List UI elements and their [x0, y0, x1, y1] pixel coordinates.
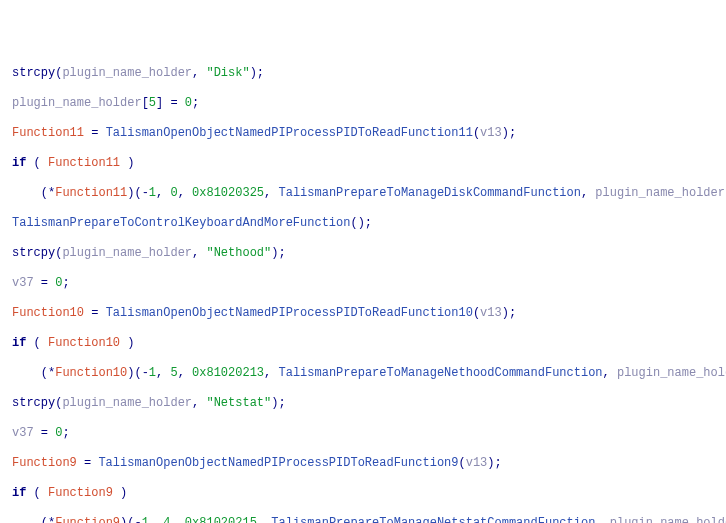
- code-line: if ( Function11 ): [12, 156, 726, 171]
- var-plugin-name-holder: plugin_name_holder: [12, 96, 142, 110]
- var-function11: Function11: [55, 186, 127, 200]
- string-literal: "Netstat": [206, 396, 271, 410]
- var-function11: Function11: [12, 126, 84, 140]
- var-v13: v13: [480, 126, 502, 140]
- func-talisman-prepare-keyboard: TalismanPrepareToControlKeyboardAndMoreF…: [12, 216, 350, 230]
- func-strcpy: strcpy(: [12, 246, 62, 260]
- code-line: TalismanPrepareToControlKeyboardAndMoreF…: [12, 216, 726, 231]
- func-talisman-open-object: TalismanOpenObjectNamedPIProcessPIDToRea…: [98, 456, 458, 470]
- code-line: strcpy(plugin_name_holder, "Netstat");: [12, 396, 726, 411]
- code-line: plugin_name_holder[5] = 0;: [12, 96, 726, 111]
- code-line: if ( Function10 ): [12, 336, 726, 351]
- var-plugin-name-holder: plugin_name_holder: [610, 516, 726, 523]
- code-line: Function10 = TalismanOpenObjectNamedPIPr…: [12, 306, 726, 321]
- var-function10: Function10: [55, 366, 127, 380]
- keyword-if: if: [12, 156, 26, 170]
- var-v13: v13: [466, 456, 488, 470]
- func-talisman-open-object: TalismanOpenObjectNamedPIProcessPIDToRea…: [106, 126, 473, 140]
- string-literal: "Nethood": [206, 246, 271, 260]
- var-function11: Function11: [48, 156, 120, 170]
- code-line: v37 = 0;: [12, 426, 726, 441]
- func-talisman-prepare: TalismanPrepareToManageDiskCommandFuncti…: [278, 186, 580, 200]
- number-literal: 0x81020215: [185, 516, 257, 523]
- code-line: (*Function9)(-1, 4, 0x81020215, Talisman…: [12, 516, 726, 523]
- number-literal: 1: [142, 516, 149, 523]
- var-v13: v13: [480, 306, 502, 320]
- number-literal: 1: [149, 186, 156, 200]
- var-function10: Function10: [48, 336, 120, 350]
- string-literal: "Disk": [206, 66, 249, 80]
- var-function9: Function9: [55, 516, 120, 523]
- number-literal: 1: [149, 366, 156, 380]
- code-line: if ( Function9 ): [12, 486, 726, 501]
- var-plugin-name-holder: plugin_name_holder: [62, 396, 192, 410]
- code-line: (*Function11)(-1, 0, 0x81020325, Talisma…: [12, 186, 726, 201]
- keyword-if: if: [12, 336, 26, 350]
- var-plugin-name-holder: plugin_name_holder: [595, 186, 725, 200]
- number-literal: 0x81020325: [192, 186, 264, 200]
- number-literal: 0: [185, 96, 192, 110]
- number-literal: 0x81020213: [192, 366, 264, 380]
- code-line: strcpy(plugin_name_holder, "Nethood");: [12, 246, 726, 261]
- keyword-if: if: [12, 486, 26, 500]
- var-function9: Function9: [48, 486, 113, 500]
- var-v37: v37: [12, 276, 34, 290]
- code-line: v37 = 0;: [12, 276, 726, 291]
- func-strcpy: strcpy(: [12, 66, 62, 80]
- number-literal: 5: [149, 96, 156, 110]
- code-line: strcpy(plugin_name_holder, "Disk");: [12, 66, 726, 81]
- var-function10: Function10: [12, 306, 84, 320]
- number-literal: 5: [170, 366, 177, 380]
- func-talisman-open-object: TalismanOpenObjectNamedPIProcessPIDToRea…: [106, 306, 473, 320]
- var-v37: v37: [12, 426, 34, 440]
- var-plugin-name-holder: plugin_name_holder: [617, 366, 726, 380]
- func-talisman-prepare: TalismanPrepareToManageNethoodCommandFun…: [278, 366, 602, 380]
- func-strcpy: strcpy(: [12, 396, 62, 410]
- var-plugin-name-holder: plugin_name_holder: [62, 66, 192, 80]
- code-line: Function9 = TalismanOpenObjectNamedPIPro…: [12, 456, 726, 471]
- code-line: (*Function10)(-1, 5, 0x81020213, Talisma…: [12, 366, 726, 381]
- number-literal: 0: [170, 186, 177, 200]
- code-line: Function11 = TalismanOpenObjectNamedPIPr…: [12, 126, 726, 141]
- var-function9: Function9: [12, 456, 77, 470]
- func-talisman-prepare: TalismanPrepareToManageNetstatCommandFun…: [271, 516, 595, 523]
- var-plugin-name-holder: plugin_name_holder: [62, 246, 192, 260]
